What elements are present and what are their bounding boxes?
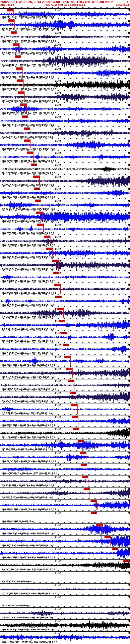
- pick-flag[interactable]: xT 4: [24, 128, 30, 130]
- pick-flag[interactable]: xT 4: [83, 488, 90, 490]
- trace-row[interactable]: xT 4 21:02 21 UW VCR EHZ -- 99999.0km BW…: [0, 211, 130, 223]
- trace-row[interactable]: xT 4 21:02 21 UO IRO EHZ -- 99999.0km BW…: [0, 439, 130, 451]
- pick-flag[interactable]: xT 4: [57, 308, 64, 310]
- trace-row[interactable]: xT 4 21:02 21 UW JORV EHZ -- 99999.0km B…: [0, 103, 130, 115]
- pick-flag[interactable]: xT 4: [11, 32, 17, 34]
- pick-flag[interactable]: xT 4: [65, 356, 70, 358]
- pick-flag[interactable]: xT 4: [22, 116, 28, 118]
- trace-row[interactable]: xT 4 21:02 21 TA E04D BHZ -- 99999.0km B…: [0, 175, 130, 187]
- pick-flag[interactable]: xT 4: [52, 260, 59, 262]
- trace-row[interactable]: xT 4 21:02 21 UW OSD EHZ -- 99999.0km BW…: [0, 343, 130, 355]
- trace-row[interactable]: xT 4 21:02 21 US BMO BHZ 00 99999.0km BW…: [0, 367, 130, 379]
- pick-flag[interactable]: xT 4: [123, 560, 129, 562]
- trace-row[interactable]: xT 4 21:02 21 UW BEND EHZ -- 99999.0km B…: [0, 499, 130, 511]
- trace-row[interactable]: xT 4 21:02 21 TA A04D BHZ -- 99999.0km B…: [0, 391, 130, 403]
- pick-flag[interactable]: xT 4: [16, 68, 22, 70]
- pick-flag[interactable]: xT 4: [53, 272, 59, 274]
- trace-row[interactable]: xT 4 21:02 21 CC GLCV EHZ -- 99999.0km B…: [0, 199, 130, 211]
- pick-flag[interactable]: xT 4: [46, 248, 53, 250]
- pick-flag[interactable]: xT 4: [15, 56, 21, 58]
- pick-flag[interactable]: xT 4: [112, 548, 118, 550]
- pick-flag[interactable]: xT 4: [63, 344, 69, 346]
- pick-flag[interactable]: xT 4: [105, 536, 111, 538]
- trace-row[interactable]: xT 4 21:02 21 UW GBL EHZ -- 99999.0km BW…: [0, 115, 130, 127]
- trace-row[interactable]: xT 4 21:02 21 UW WPW EHZ -- 99999.0km BW…: [0, 139, 130, 151]
- pick-flag[interactable]: xT 4: [24, 140, 30, 142]
- pick-flag[interactable]: xT 4: [72, 416, 78, 418]
- trace-row[interactable]: 21:02 21 BK MOD BHZ 00 99999.0km: [0, 571, 130, 583]
- trace-row[interactable]: xT 4 21:02 21 PB B031 EHZ -- 99999.0km B…: [0, 43, 130, 55]
- trace-row[interactable]: xT 4 21:02 21 NC LHE EHZ 02 99999.0km BW…: [0, 331, 130, 343]
- trace-row[interactable]: 21:02 21 UW LKWW EHZ -- 99999.0km BW. HI…: [0, 632, 130, 644]
- pick-flag[interactable]: xT 4: [34, 188, 40, 190]
- trace-row[interactable]: xT 4 21:02 21 NV NC27 HHZ -- 99999.0km B…: [0, 163, 130, 175]
- pick-flag[interactable]: xT 4: [54, 284, 61, 286]
- pick-flag[interactable]: xT 4: [56, 296, 62, 298]
- trace-row[interactable]: xT 4 21:02 21 UW BEN EHZ -- 99999.0km BW…: [0, 8, 130, 19]
- trace-row[interactable]: xT 4 21:02 21 UW FORK BHZ -- 99999.0km B…: [0, 283, 130, 295]
- trace-row[interactable]: xT 4 21:02 21 UW GSM EHZ -- 99999.0km BW…: [0, 271, 130, 283]
- trace-row[interactable]: xT 4 21:02 21 UW BEND EHZ 20 99999.0km: [0, 511, 130, 523]
- trace-row[interactable]: xT 4 21:02 21 UW MBW EHZ -- 99999.0km BW…: [0, 523, 130, 535]
- pick-flag[interactable]: xT 4: [44, 236, 50, 238]
- trace-row[interactable]: 21:02 21 TA K04D BHZ -- 99999.0km BW. HI…: [0, 608, 130, 620]
- pick-flag[interactable]: xT 4: [68, 380, 74, 382]
- pick-flag[interactable]: xT 4: [20, 104, 26, 106]
- trace-row[interactable]: xT 4 21:02 21 UW DOSE BHZ -- 99999.0km B…: [0, 31, 130, 43]
- pick-flag[interactable]: xT 4: [35, 200, 41, 202]
- trace-row[interactable]: xT 4 21:02 21 TA M04C BHZ -- 99999.0km B…: [0, 55, 130, 67]
- trace-row[interactable]: xT 4 21:02 21 UW GHW EHZ -- 99999.0km BW…: [0, 187, 130, 199]
- pick-flag[interactable]: xT 4: [73, 428, 79, 430]
- pick-flag[interactable]: xT 4: [33, 176, 40, 178]
- pick-flag[interactable]: xT 4: [17, 80, 23, 82]
- trace-row[interactable]: xT 4 21:02 21 UW GPW EHZ -- 99999.0km BW…: [0, 355, 130, 367]
- pick-flag[interactable]: xT 4: [36, 212, 43, 214]
- pick-flag[interactable]: xT 4: [66, 368, 72, 370]
- trace-row[interactable]: xT 4 21:02 21 UW LRIV BHZ -- 99999.0km B…: [0, 235, 130, 247]
- trace-row[interactable]: 21:02 21 NC LAS SHZ -- 99999.0km: [0, 595, 130, 608]
- pick-flag[interactable]: xT 4: [70, 392, 76, 394]
- pick-flag[interactable]: xT 4: [61, 332, 67, 334]
- pick-flag[interactable]: xT 4: [80, 452, 86, 454]
- trace-row[interactable]: xT 4 21:02 21 UW MORO EHZ -- 99999.0km B…: [0, 463, 130, 475]
- pick-flag[interactable]: xT 4: [8, 20, 14, 22]
- pick-flag[interactable]: xT 4: [91, 512, 97, 514]
- pick-flag[interactable]: xT 4: [96, 524, 103, 526]
- trace-row[interactable]: xT 4 21:02 21 NV NC89 HHZ -- 99999.0km B…: [0, 427, 130, 439]
- pick-flag[interactable]: xT 4: [7, 9, 13, 12]
- trace-row[interactable]: xT 4 21:02 21 UW SOS EHZ -- 99999.0km BW…: [0, 247, 130, 259]
- trace-row[interactable]: 21:02 21 UW IRON HHZ -- 99999.0km BW. HI…: [0, 620, 130, 632]
- pick-flag[interactable]: xT 4: [82, 476, 88, 478]
- trace-row[interactable]: xT 4 21:02 21 CN GDR EHZ -- 99999.0km BW…: [0, 67, 130, 79]
- pick-flag[interactable]: xT 4: [77, 440, 84, 442]
- pick-flag[interactable]: xT 4: [13, 44, 19, 46]
- pick-flag[interactable]: xT 4: [71, 404, 77, 406]
- pick-flag[interactable]: xT 4: [59, 320, 65, 322]
- pick-flag[interactable]: xT 4: [90, 500, 97, 502]
- trace-row[interactable]: xT 4 21:02 21 UW RCS EHZ -- 99999.0km BW…: [0, 295, 130, 307]
- trace-row[interactable]: xT 4 21:02 21 UW HEBO BHZ -- 99999.0km B…: [0, 379, 130, 391]
- pick-flag[interactable]: xT 4: [31, 164, 37, 166]
- trace-row[interactable]: xT 4 21:02 21 UW WRD EHZ -- 99999.0km BW…: [0, 415, 130, 427]
- trace-row[interactable]: xT 4 21:02 21 CC CLMS EHZ -- 99999.0km B…: [0, 19, 130, 31]
- trace-row[interactable]: xT 4 21:02 21 UW HDW EHZ -- 99999.0km BW…: [0, 547, 130, 559]
- pick-flag[interactable]: xT 4: [18, 92, 24, 94]
- trace-row[interactable]: xT 4 21:02 21 TA I05D BHZ -- 99999.0km B…: [0, 487, 130, 499]
- trace-row[interactable]: xT 4 21:02 21 US WVOR BHZ 00 99999.0km B…: [0, 91, 130, 103]
- trace-row[interactable]: 21:02 21 CC NORM BHZ -- 99999.0km BW. HI…: [0, 583, 130, 595]
- trace-row[interactable]: xT 4 21:02 21 UW GLDO EHZ -- 99999.0km B…: [0, 451, 130, 463]
- trace-row[interactable]: xT 4 21:02 21 CC VALT BHZ -- 99999.0km B…: [0, 307, 130, 319]
- trace-row[interactable]: xT 4 21:02 21 CC SEP EHZ -- 99999.0km BW…: [0, 403, 130, 415]
- pick-flag[interactable]: xT 4: [37, 224, 44, 226]
- trace-row[interactable]: xT 4 21:02 21 TA I04A BHZ -- 99999.0km B…: [0, 127, 130, 139]
- pick-flag[interactable]: xT 4: [81, 464, 87, 466]
- trace-row[interactable]: xT 4 21:02 21 PB B024 EHZ -- 99999.0km B…: [0, 319, 130, 331]
- trace-row[interactable]: xT 4 21:02 21 UW RVC EHZ -- 99999.0km BW…: [0, 535, 130, 547]
- trace-row[interactable]: xT 4 21:02 21 TA D03D BHZ -- 99999.0km B…: [0, 259, 130, 271]
- trace-row[interactable]: xT 4 21:02 21 UW DY2 EHZ -- 99999.0km BW…: [0, 223, 130, 235]
- trace-row[interactable]: xT 4 21:02 21 UW TREE HHZ -- 99999.0km B…: [0, 79, 130, 91]
- trace-row[interactable]: xT 4 21:02 21 TA J04D BHZ -- 99999.0km B…: [0, 475, 130, 487]
- trace-row[interactable]: xT 4 21:02 21 BK JCC HHZ 00 99999.0km BW…: [0, 559, 130, 571]
- pick-flag[interactable]: xT 4: [27, 152, 33, 154]
- trace-row[interactable]: xT 4 21:02 21 UW SVOH EHZ -- 99999.0km B…: [0, 151, 130, 163]
